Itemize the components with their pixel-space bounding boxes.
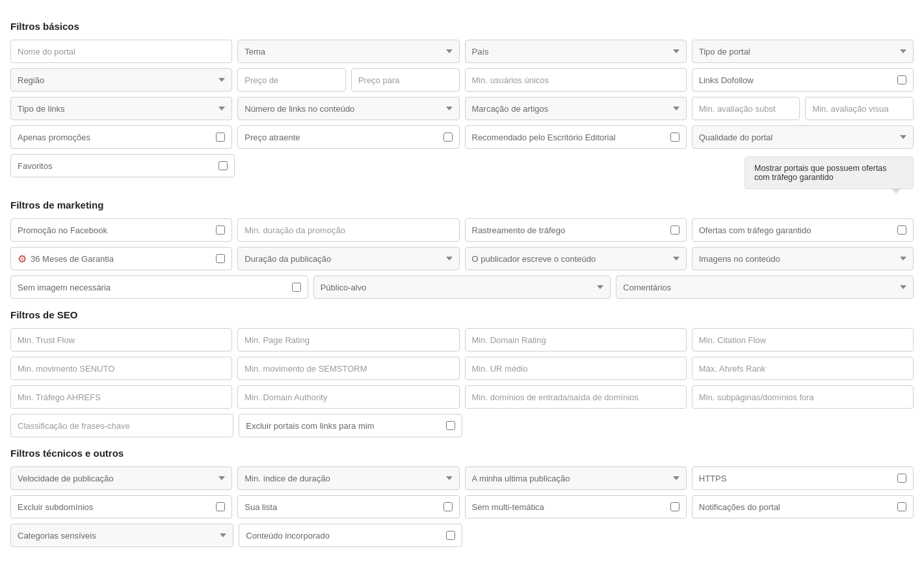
guarantee-badge[interactable]: ⚙ 36 Meses de Garantia (10, 247, 232, 270)
ofertas-trafego-field[interactable]: Ofertas com tráfego garantido (692, 218, 914, 242)
marketing-row1: Promoção no Facebook Rastreamento de trá… (10, 218, 914, 242)
marketing-filters-title: Filtros de marketing (10, 199, 914, 211)
basic-filters-section: Filtros básicos Tema País Tipo de portal… (10, 21, 914, 189)
min-avaliacao-subst-input[interactable] (692, 97, 800, 120)
preco-de-input[interactable] (237, 68, 346, 92)
sua-lista-field[interactable]: Sua lista (237, 495, 459, 518)
rastreamento-trafego-field[interactable]: Rastreamento de tráfego (465, 218, 687, 242)
guarantee-checkbox[interactable] (216, 254, 225, 263)
min-duracao-promocao-input[interactable] (237, 218, 459, 242)
tech-row1: Velocidade de publicação Min. índice de … (10, 466, 914, 490)
promocao-facebook-field[interactable]: Promoção no Facebook (10, 218, 232, 242)
sem-multi-tematica-label: Sem multi-temática (472, 502, 544, 512)
publico-alvo-wrapper: Público-alvo (313, 275, 611, 299)
promocao-facebook-checkbox[interactable] (216, 225, 225, 235)
regiao-select[interactable]: Região (10, 68, 232, 92)
tooltip-popup: Mostrar portais que possuem ofertas com … (745, 157, 914, 189)
https-field[interactable]: HTTPS (692, 466, 914, 490)
sem-imagem-checkbox[interactable] (292, 283, 301, 292)
marcacao-artigos-select[interactable]: Marcação de artigos (465, 97, 687, 120)
max-ahrefs-rank-input[interactable] (692, 357, 914, 380)
basic-row1: Tema País Tipo de portal (10, 40, 914, 63)
excluir-portais-checkbox[interactable] (446, 421, 455, 430)
tipo-links-select[interactable]: Tipo de links (10, 97, 232, 120)
sem-imagem-field[interactable]: Sem imagem necessária (10, 275, 308, 299)
seo-filters-title: Filtros de SEO (10, 309, 914, 320)
imagens-conteudo-wrapper: Imagens no conteúdo (692, 247, 914, 270)
velocidade-publicacao-wrapper: Velocidade de publicação (10, 466, 232, 490)
tema-select-wrapper: Tema (237, 40, 459, 63)
marketing-filters-section: Filtros de marketing Promoção no Faceboo… (10, 199, 914, 299)
seo-row1 (10, 328, 914, 351)
excluir-subdominios-field[interactable]: Excluir subdomínios (10, 495, 232, 518)
categorias-sensiveis-select[interactable]: Categorias sensíveis (10, 524, 233, 547)
min-citation-flow-input[interactable] (692, 328, 914, 351)
min-trust-flow-input[interactable] (10, 328, 232, 351)
qualidade-portal-wrapper: Qualidade do portal (692, 125, 914, 149)
favoritos-checkbox[interactable] (218, 161, 228, 170)
notificacoes-portal-field[interactable]: Notificações do portal (692, 495, 914, 518)
apenas-promocoes-field[interactable]: Apenas promoções (10, 125, 232, 149)
links-dofollow-field[interactable]: Links Dofollow (692, 68, 914, 92)
min-domain-authority-input[interactable] (237, 385, 459, 409)
conteudo-incorporado-field[interactable]: Conteúdo incorporado (239, 524, 462, 547)
apenas-promocoes-checkbox[interactable] (216, 133, 225, 142)
basic-row5: Favoritos Mostrar portais que possuem of… (10, 154, 914, 189)
https-label: HTTPS (699, 474, 727, 483)
min-page-rating-input[interactable] (237, 328, 459, 351)
tech-row3: Categorias sensíveis Conteúdo incorporad… (10, 524, 914, 547)
links-dofollow-checkbox[interactable] (897, 75, 906, 84)
min-subpaginas-input[interactable] (692, 385, 914, 409)
tooltip-arrow (891, 188, 901, 194)
min-ur-medio-input[interactable] (465, 357, 687, 380)
comentarios-select[interactable]: Comentários (616, 275, 914, 299)
preco-para-input[interactable] (351, 68, 460, 92)
recomendado-label: Recomendado pelo Escritório Editorial (472, 133, 616, 142)
velocidade-publicacao-select[interactable]: Velocidade de publicação (10, 466, 232, 490)
favoritos-field[interactable]: Favoritos (10, 154, 235, 177)
classificacao-frases-input[interactable] (10, 414, 233, 437)
ofertas-trafego-checkbox[interactable] (897, 225, 906, 235)
min-movimento-semstorm-input[interactable] (237, 357, 459, 380)
tema-select[interactable]: Tema (237, 40, 459, 63)
preco-atraente-field[interactable]: Preço atraente (237, 125, 459, 149)
seo-row4: Excluir portais com links para mim (10, 414, 914, 437)
min-dominios-entrada-input[interactable] (465, 385, 687, 409)
minha-ultima-publicacao-select[interactable]: A minha ultima publicação (465, 466, 687, 490)
marketing-row2: ⚙ 36 Meses de Garantia Duração da public… (10, 247, 914, 270)
min-trafego-ahrefs-input[interactable] (10, 385, 232, 409)
duracao-publicacao-select[interactable]: Duração da publicação (237, 247, 459, 270)
publico-alvo-select[interactable]: Público-alvo (313, 275, 611, 299)
excluir-subdominios-label: Excluir subdomínios (18, 502, 93, 512)
min-movimento-senuto-input[interactable] (10, 357, 232, 380)
portal-name-input[interactable] (10, 40, 232, 63)
min-indice-duracao-select[interactable]: Min. índice de duração (237, 466, 459, 490)
duracao-publicacao-wrapper: Duração da publicação (237, 247, 459, 270)
imagens-conteudo-select[interactable]: Imagens no conteúdo (692, 247, 914, 270)
publicador-escreve-select[interactable]: O publicador escreve o conteúdo (465, 247, 687, 270)
tipo-portal-select[interactable]: Tipo de portal (692, 40, 914, 63)
min-avaliacao-visua-input[interactable] (805, 97, 914, 120)
preco-atraente-checkbox[interactable] (443, 133, 453, 142)
notificacoes-portal-checkbox[interactable] (897, 502, 906, 511)
excluir-subdominios-checkbox[interactable] (216, 502, 225, 511)
recomendado-field[interactable]: Recomendado pelo Escritório Editorial (465, 125, 687, 149)
https-checkbox[interactable] (897, 474, 906, 483)
notificacoes-portal-label: Notificações do portal (699, 502, 780, 512)
basic-row3: Tipo de links Número de links no conteúd… (10, 97, 914, 120)
num-links-select[interactable]: Número de links no conteúdo (237, 97, 459, 120)
sem-multi-tematica-field[interactable]: Sem multi-temática (465, 495, 687, 518)
qualidade-portal-select[interactable]: Qualidade do portal (692, 125, 914, 149)
min-usuarios-unicos-input[interactable] (465, 68, 687, 92)
sua-lista-checkbox[interactable] (443, 502, 453, 511)
recomendado-checkbox[interactable] (670, 133, 680, 142)
rastreamento-trafego-checkbox[interactable] (670, 225, 680, 235)
links-dofollow-label: Links Dofollow (699, 75, 754, 85)
conteudo-incorporado-checkbox[interactable] (446, 531, 455, 540)
min-domain-rating-input[interactable] (465, 328, 687, 351)
seo-row2 (10, 357, 914, 380)
excluir-portais-field[interactable]: Excluir portais com links para mim (239, 414, 462, 437)
basic-filters-title: Filtros básicos (10, 21, 914, 32)
pais-select[interactable]: País (465, 40, 687, 63)
sem-multi-tematica-checkbox[interactable] (670, 502, 680, 511)
